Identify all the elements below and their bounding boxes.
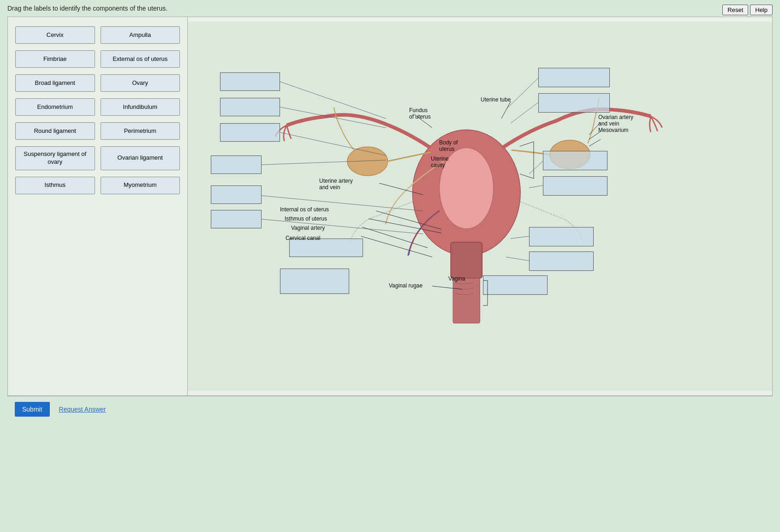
label-box-ampulla[interactable]: Ampulla [101,26,180,44]
drop-box-9[interactable] [538,68,610,87]
label-box-myometrium[interactable]: Myometrium [101,177,180,194]
top-right-buttons: Reset Help [722,5,773,15]
drop-box-14[interactable] [529,251,594,271]
label-box-round-ligament[interactable]: Round ligament [15,122,95,140]
label-fundus: Fundus of uterus [409,107,431,120]
label-box-broad-ligament[interactable]: Broad ligament [15,74,95,92]
svg-point-5 [347,147,388,175]
drop-box-3[interactable] [220,123,280,142]
drop-box-1[interactable] [220,72,280,91]
label-box-ovarian-ligament[interactable]: Ovarian ligament [101,146,180,170]
label-box-suspensory-ligament[interactable]: Suspensory ligament of ovary [15,146,95,170]
drop-box-13[interactable] [529,227,594,246]
label-vaginal-rugae: Vaginal rugae [389,282,423,289]
drop-box-10[interactable] [538,93,610,113]
label-cervical-canal: Cervical canal [286,235,320,241]
label-isthmus-of-uterus: Isthmus of uterus [285,215,327,222]
label-box-external-os[interactable]: External os of uterus [101,50,180,68]
label-box-ovary[interactable]: Ovary [101,74,180,92]
instruction-text: Drag the labels to identify the componen… [7,5,773,12]
label-uterine-tube: Uterine tube [481,96,511,103]
label-uterine-artery: Uterine artery and vein [319,178,353,191]
diagram-panel: Fundus of uterus Uterine tube Ovarian ar… [188,17,772,395]
label-box-isthmus[interactable]: Isthmus [15,177,95,194]
drop-box-7[interactable] [289,239,363,257]
label-uterine-cavity: Uterine cavity [431,155,449,168]
label-box-infundibulum[interactable]: Infundibulum [101,98,180,116]
svg-rect-3 [451,242,482,278]
drop-box-2[interactable] [220,98,280,116]
page-wrapper: Drag the labels to identify the componen… [0,0,780,532]
bottom-bar: Submit Request Answer [7,396,773,422]
help-button[interactable]: Help [750,5,773,15]
svg-rect-4 [453,278,480,323]
drop-box-vagina[interactable] [483,275,548,295]
request-answer-link[interactable]: Request Answer [59,406,106,413]
drop-box-8[interactable] [280,269,349,294]
reset-button[interactable]: Reset [722,5,748,15]
label-box-endometrium[interactable]: Endometrium [15,98,95,116]
label-box-perimetrium[interactable]: Perimetrium [101,122,180,140]
drop-box-5[interactable] [211,185,262,204]
drop-box-12[interactable] [543,176,607,196]
drop-box-11[interactable] [543,151,607,170]
drop-box-6[interactable] [211,210,262,228]
submit-button[interactable]: Submit [15,402,50,417]
label-box-cervix[interactable]: Cervix [15,26,95,44]
label-vaginal-artery: Vaginal artery [291,225,325,231]
drop-box-4[interactable] [211,155,262,174]
label-vagina: Vagina [448,275,465,282]
labels-panel: CervixAmpullaFimbriaeExternal os of uter… [8,17,188,395]
label-internal-os: Internal os of uterus [280,206,329,213]
label-body-of-uterus: Body of uterus [439,139,458,152]
label-box-fimbriae[interactable]: Fimbriae [15,50,95,68]
label-ovarian-artery: Ovarian artery and vein Mesovarium [598,114,633,133]
main-content: CervixAmpullaFimbriaeExternal os of uter… [7,17,773,396]
